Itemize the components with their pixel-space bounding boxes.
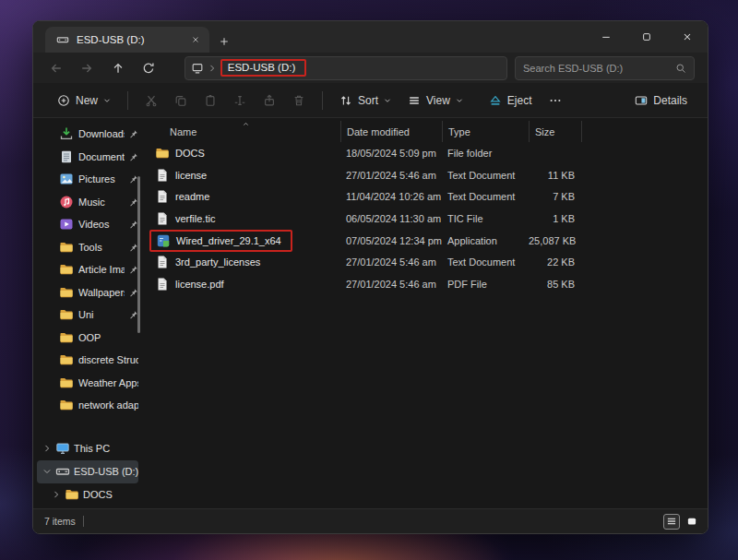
sidebar-item-label: ESD-USB (D:) (74, 466, 138, 477)
sidebar-item-oop[interactable]: OOP (33, 327, 142, 350)
explorer-tab[interactable]: ESD-USB (D:) (45, 27, 209, 53)
share-icon (263, 94, 276, 107)
folder-icon (59, 398, 74, 412)
thumbnail-view-toggle[interactable] (684, 514, 700, 530)
table-row[interactable]: DOCS 18/05/2024 5:09 pm File folder (142, 142, 708, 164)
file-size: 7 KB (529, 191, 582, 202)
file-name: verfile.tic (175, 213, 215, 224)
search-icon (675, 63, 686, 74)
sidebar-item-weather-apps[interactable]: Weather Apps (33, 372, 142, 395)
window-controls (586, 21, 708, 53)
sort-icon (339, 94, 352, 107)
sidebar-item-network-adapter[interactable]: network adapte (33, 394, 142, 417)
column-header-type[interactable]: Type (442, 121, 529, 142)
trash-icon (292, 94, 305, 107)
table-row[interactable]: license 27/01/2024 5:46 am Text Document… (142, 164, 708, 186)
column-header-size[interactable]: Size (529, 121, 582, 142)
location-icon (191, 62, 204, 75)
toolbar-divider (322, 91, 323, 110)
sidebar-item-label: discrete Structu (78, 354, 138, 365)
table-row[interactable]: license.pdf 27/01/2024 5:46 am PDF File … (142, 273, 708, 295)
sort-label: Sort (358, 94, 378, 107)
column-label: Type (448, 126, 470, 137)
more-options-button[interactable] (542, 89, 569, 113)
sidebar-item-music[interactable]: Music (33, 191, 142, 214)
new-plus-icon (57, 94, 70, 107)
view-button[interactable]: View (400, 89, 470, 113)
chevron-down-icon (384, 97, 391, 104)
sidebar-item-article-image[interactable]: Article Image (33, 258, 142, 281)
sort-ascending-icon (242, 121, 250, 127)
paste-button[interactable] (196, 89, 224, 113)
search-input[interactable] (523, 63, 675, 74)
file-type: Application (442, 235, 529, 246)
file-size: 22 KB (529, 256, 582, 268)
sidebar-item-label: Music (78, 197, 125, 208)
close-button[interactable] (667, 21, 708, 53)
file-type: Text Document (442, 256, 529, 268)
sidebar-item-this-pc[interactable]: This PC (33, 437, 142, 460)
annotation-box-file: Wired_driver_29.1_x64 (149, 230, 292, 252)
sidebar-item-videos[interactable]: Videos (33, 213, 142, 236)
rename-icon (233, 94, 246, 107)
column-label: Size (535, 126, 554, 137)
table-row[interactable]: 3rd_party_licenses 27/01/2024 5:46 am Te… (142, 251, 708, 273)
sidebar-item-wallpapers[interactable]: Wallpapers (33, 281, 142, 304)
file-name-cell: DOCS (142, 146, 340, 161)
details-pane-icon (635, 94, 648, 107)
copy-button[interactable] (167, 89, 195, 113)
breadcrumb-path[interactable]: ESD-USB (D:) (228, 62, 295, 73)
file-name-cell: readme (142, 189, 340, 204)
sidebar-item-docs[interactable]: DOCS (33, 483, 142, 506)
sidebar-item-label: DOCS (83, 489, 113, 500)
sidebar-item-esd-usb[interactable]: ESD-USB (D:) (37, 460, 138, 483)
maximize-button[interactable] (626, 21, 667, 53)
eject-button[interactable]: Eject (482, 89, 540, 113)
sidebar-item-discrete-structures[interactable]: discrete Structu (33, 349, 142, 372)
sidebar-item-tools[interactable]: Tools (33, 236, 142, 259)
minimize-button[interactable] (586, 21, 626, 53)
file-date: 07/05/2024 12:34 pm (340, 235, 442, 246)
sort-button[interactable]: Sort (332, 89, 399, 113)
address-bar[interactable]: ESD-USB (D:) (184, 56, 507, 80)
sidebar-item-uni[interactable]: Uni (33, 304, 142, 327)
back-button[interactable] (41, 55, 71, 81)
thumbnail-view-icon (686, 516, 697, 527)
text-file-icon (155, 168, 170, 183)
column-header-date-modified[interactable]: Date modified (340, 121, 442, 142)
sidebar-item-documents[interactable]: Documents (33, 146, 142, 169)
up-button[interactable] (102, 55, 133, 81)
folder-icon (59, 375, 74, 390)
search-box[interactable] (515, 56, 695, 80)
file-date: 11/04/2024 10:26 am (340, 191, 442, 202)
file-date: 27/01/2024 5:46 am (340, 170, 442, 181)
new-button[interactable]: New (50, 89, 118, 113)
rename-button[interactable] (226, 89, 254, 113)
item-count: 7 items (44, 516, 76, 527)
new-tab-button[interactable] (219, 36, 230, 47)
share-button[interactable] (256, 89, 283, 113)
forward-button[interactable] (71, 55, 101, 81)
file-name: license (175, 170, 207, 181)
table-row[interactable]: verfile.tic 06/05/2024 11:30 am TIC File… (142, 208, 708, 230)
sidebar-item-downloads[interactable]: Downloads (33, 123, 142, 146)
chevron-right-icon (52, 490, 61, 499)
file-name-cell: 3rd_party_licenses (142, 255, 340, 269)
text-file-icon (155, 211, 170, 226)
details-view-toggle[interactable] (663, 514, 680, 530)
tab-close-button[interactable] (189, 33, 202, 46)
sidebar-scrollbar[interactable] (137, 176, 140, 333)
cut-button[interactable] (137, 89, 165, 113)
table-row-highlighted[interactable]: Wired_driver_29.1_x64 07/05/2024 12:34 p… (142, 230, 708, 252)
refresh-button[interactable] (133, 55, 163, 81)
table-row[interactable]: readme 11/04/2024 10:26 am Text Document… (142, 185, 708, 208)
column-header-name[interactable]: Name (142, 121, 340, 142)
delete-button[interactable] (285, 89, 313, 113)
toolbar-divider (127, 91, 128, 110)
file-size: 11 KB (529, 170, 582, 181)
sidebar-item-label: network adapte (78, 399, 138, 411)
sidebar-item-pictures[interactable]: Pictures (33, 168, 142, 191)
file-type: File folder (442, 148, 529, 159)
details-pane-button[interactable]: Details (627, 89, 695, 113)
cut-icon (145, 94, 158, 107)
